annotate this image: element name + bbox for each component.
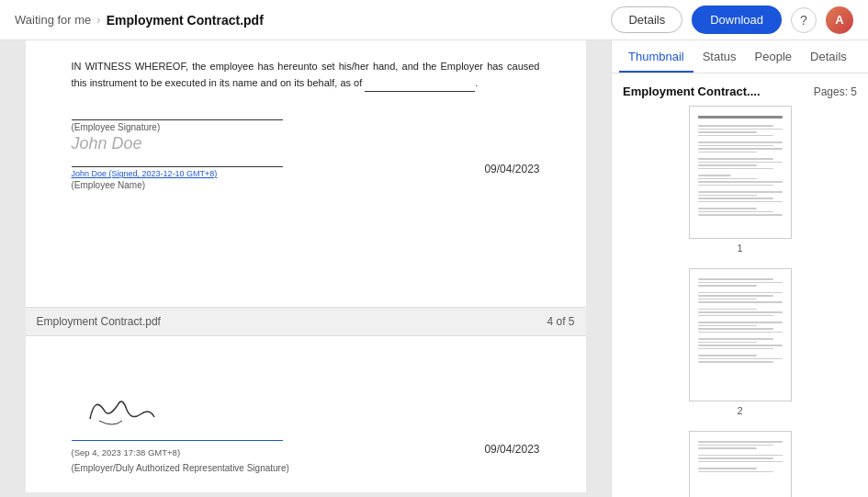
thumb-num-1: 1 <box>737 243 742 254</box>
thumbnail-item-2[interactable]: 2 <box>623 268 857 416</box>
page-num: 4 of 5 <box>547 315 574 328</box>
thumbnail-item-3[interactable] <box>623 431 857 497</box>
thumbnail-item-1[interactable]: 1 <box>623 106 857 254</box>
thumb-num-2: 2 <box>737 405 742 416</box>
tab-status[interactable]: Status <box>693 40 746 73</box>
employer-sig-line <box>72 440 283 441</box>
signature-name: John Doe <box>72 134 540 153</box>
thumb-img-3[interactable] <box>689 431 792 497</box>
thumb-doc-content-3 <box>694 437 786 497</box>
avatar[interactable]: A <box>826 6 853 34</box>
tab-people[interactable]: People <box>746 40 801 73</box>
main-content: IN WITNESS WHEREOF, the employee has her… <box>0 40 868 497</box>
breadcrumb-waiting: Waiting for me <box>15 13 91 27</box>
employer-signature-block: (Sep 4, 2023 17:38 GMT+8) 09/04/2023 (Em… <box>72 382 540 473</box>
thumb-img-1[interactable] <box>689 106 792 239</box>
sig-left: John Doe (Signed, 2023-12-10 GMT+8) (Emp… <box>72 163 283 190</box>
employer-date-row: (Sep 4, 2023 17:38 GMT+8) 09/04/2023 <box>72 443 540 459</box>
employer-signature-svg <box>72 382 182 433</box>
blank-line <box>365 75 475 93</box>
thumb-header: Employment Contract.... Pages: 5 <box>623 85 857 98</box>
sig-date: 09/04/2023 <box>484 163 539 175</box>
page-paragraph: IN WITNESS WHEREOF, the employee has her… <box>72 59 540 92</box>
page-status-bar: Employment Contract.pdf 4 of 5 <box>26 307 586 336</box>
document-title: Employment Contract.pdf <box>107 13 264 28</box>
sig-signed-info: John Doe (Signed, 2023-12-10 GMT+8) <box>72 169 283 178</box>
right-tabs: Thumbnail Status People Details <box>612 40 868 73</box>
employer-sig-date-label: (Sep 4, 2023 17:38 GMT+8) <box>72 443 181 459</box>
tab-details[interactable]: Details <box>801 40 856 73</box>
thumb-pages: Pages: 5 <box>814 85 857 98</box>
breadcrumb-chevron: › <box>96 13 100 27</box>
employer-signed-date: (Sep 4, 2023 17:38 GMT+8) <box>72 447 181 457</box>
thumb-doc-title: Employment Contract.... <box>623 85 761 98</box>
thumbnail-content[interactable]: Employment Contract.... Pages: 5 <box>612 73 868 497</box>
employee-signature-block: (Employee Signature) John Doe John Doe (… <box>72 119 540 190</box>
thumb-doc-content-2 <box>694 275 786 395</box>
header-actions: Details Download ? A <box>611 6 853 34</box>
thumb-img-2[interactable] <box>689 268 792 401</box>
page-5-container: (Sep 4, 2023 17:38 GMT+8) 09/04/2023 (Em… <box>26 336 586 492</box>
signature-line <box>72 119 283 120</box>
tab-thumbnail[interactable]: Thumbnail <box>619 40 693 73</box>
help-icon[interactable]: ? <box>791 7 817 33</box>
breadcrumb: Waiting for me › Employment Contract.pdf <box>15 13 611 28</box>
right-panel: Thumbnail Status People Details Employme… <box>611 40 868 497</box>
page-4-content: IN WITNESS WHEREOF, the employee has her… <box>26 40 586 307</box>
page-label: Employment Contract.pdf <box>37 315 161 328</box>
name-line <box>72 166 283 167</box>
details-button[interactable]: Details <box>611 6 682 33</box>
document-viewer[interactable]: IN WITNESS WHEREOF, the employee has her… <box>0 40 611 497</box>
sig-section-label: (Employee Signature) <box>72 122 540 132</box>
employer-date: 09/04/2023 <box>484 443 539 456</box>
sig-name-label: (Employee Name) <box>72 180 283 190</box>
download-button[interactable]: Download <box>692 6 782 34</box>
employer-sig-label: (Employer/Duly Authorized Representative… <box>72 463 540 473</box>
page-4-container: IN WITNESS WHEREOF, the employee has her… <box>26 40 586 307</box>
sig-date-row: John Doe (Signed, 2023-12-10 GMT+8) (Emp… <box>72 163 540 190</box>
app-header: Waiting for me › Employment Contract.pdf… <box>0 0 868 40</box>
page-5-content: (Sep 4, 2023 17:38 GMT+8) 09/04/2023 (Em… <box>26 336 586 492</box>
thumb-doc-content-1 <box>694 112 786 232</box>
